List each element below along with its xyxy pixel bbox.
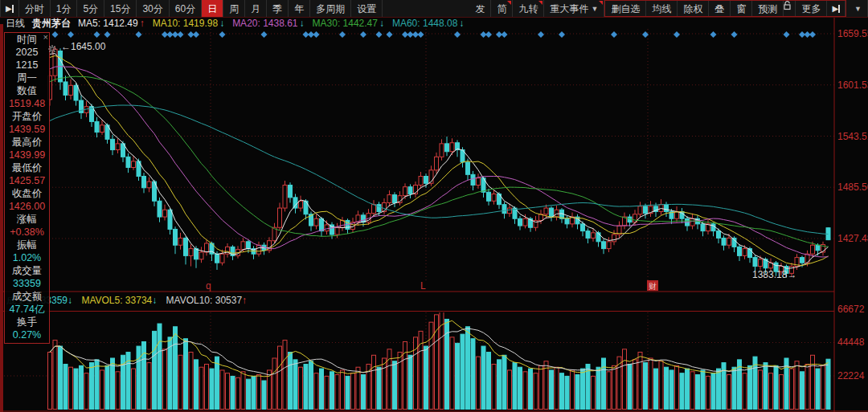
x-axis-letter: q <box>206 280 211 292</box>
event-diamond-icon <box>784 31 790 38</box>
tool-button-5[interactable]: 均线 <box>646 1 678 16</box>
ma30-line <box>50 76 829 247</box>
event-diamond-icon <box>94 31 100 38</box>
event-diamond-icon <box>104 31 111 38</box>
ma-value-2: MA20: 1438.61↓ <box>232 18 304 29</box>
mavol5-label: MAVOL5: 33734↓ <box>81 295 157 306</box>
kline-chart[interactable]: ←1645.001383.18→qL财1659.551601.531543.51… <box>0 0 868 412</box>
period-button-9[interactable]: 季 <box>267 0 289 17</box>
period-button-8[interactable]: 月 <box>245 0 267 17</box>
event-diamond-icon <box>68 31 74 38</box>
event-diamond-icon <box>339 31 346 38</box>
info-value: 1519.48 <box>5 97 49 110</box>
event-diamond-icon <box>731 31 738 38</box>
event-diamond-icon <box>193 31 199 38</box>
volume-bars-layer <box>48 310 831 409</box>
period-button-4[interactable]: 30分 <box>137 0 169 17</box>
price-tick-label: 1659.55 <box>837 28 868 39</box>
info-value: 33359 <box>5 277 49 290</box>
candles-layer <box>48 47 831 278</box>
info-label: 收盘价 <box>5 187 49 200</box>
left-frame-strip <box>0 24 3 412</box>
info-value: 0.27% <box>5 328 49 341</box>
info-label: 涨幅 <box>5 213 49 226</box>
price-tick-label: 1427.48 <box>837 233 868 244</box>
event-diamond-icon <box>710 31 717 38</box>
info-value: 1426.00 <box>5 200 49 213</box>
event-diamond-icon <box>809 31 816 38</box>
event-diamond-icon <box>313 31 320 38</box>
info-value: 1439.99 <box>5 149 49 161</box>
ma-values: MA5: 1412.49↑MA10: 1419.98↓MA20: 1438.61… <box>78 18 464 29</box>
volume-tick-label: 44448 <box>837 337 865 348</box>
close-icon[interactable]: × <box>43 33 48 42</box>
period-button-6[interactable]: 日 <box>202 0 223 17</box>
jump-start-icon[interactable]: ▶ <box>0 0 19 17</box>
lock-open-icon[interactable] <box>784 1 796 16</box>
period-button-10[interactable]: 年 <box>289 0 310 17</box>
stock-name: 贵州茅台 <box>32 17 71 31</box>
info-label: 换手 <box>5 316 49 328</box>
event-diamond-icon <box>674 31 680 38</box>
event-diamond-icon <box>219 31 226 38</box>
event-diamond-icon <box>418 31 424 38</box>
period-label: 日线 <box>6 17 25 31</box>
mavol10-label: MAVOL10: 30537↑ <box>166 295 248 306</box>
period-button-12[interactable]: 设置 <box>351 0 383 17</box>
price-tick-label: 1601.53 <box>837 80 868 91</box>
info-label: 振幅 <box>5 239 49 251</box>
price-tick-label: 1543.51 <box>837 131 868 142</box>
event-diamond-icon <box>454 31 461 38</box>
jump-end-icon[interactable]: ▶ <box>827 1 845 16</box>
tool-button-1[interactable]: 简 <box>491 0 513 17</box>
tool-button-2[interactable]: 九转 <box>513 0 544 17</box>
period-group: ▶ 分时1分5分15分30分60分日周月季年多周期设置 <box>0 0 383 17</box>
low-annotation: 1383.18→ <box>752 269 796 280</box>
tool-button-11[interactable]: 更多 <box>796 1 827 16</box>
ma-value-3: MA30: 1442.47↓ <box>313 18 384 29</box>
info-value: +0.38% <box>5 226 49 239</box>
event-diamond-icon <box>178 31 184 38</box>
stock-app-window: ←1645.001383.18→qL财1659.551601.531543.51… <box>0 0 868 412</box>
event-diamond-icon <box>559 31 565 38</box>
info-label: 成交额 <box>5 290 49 303</box>
tool-button-0[interactable]: 发 <box>469 0 491 17</box>
tool-button-9[interactable]: 预测 <box>752 1 784 16</box>
period-button-5[interactable]: 60分 <box>170 0 202 17</box>
info-value: 周一 <box>5 71 49 84</box>
info-value: 1439.59 <box>5 123 49 136</box>
tool-button-7[interactable]: 叠 <box>709 1 731 16</box>
price-axis: 1659.551601.531543.511485.501427.4866672… <box>837 28 868 381</box>
price-tick-label: 1485.50 <box>837 182 868 193</box>
period-button-7[interactable]: 周 <box>223 0 245 17</box>
tool-button-3[interactable]: 重大事件▼ <box>544 0 604 17</box>
event-diamond-icon <box>136 31 142 38</box>
period-button-2[interactable]: 5分 <box>77 0 104 17</box>
info-label: 最低价 <box>5 161 49 174</box>
info-label: 数值 <box>5 84 49 97</box>
ma-value-1: MA10: 1419.98↓ <box>153 18 224 29</box>
period-button-11[interactable]: 多周期 <box>310 0 351 17</box>
kline-info-panel: 时间20251215周一数值1519.48开盘价1439.59最高价1439.9… <box>4 32 50 344</box>
ma-header: 日线 贵州茅台 MA5: 1412.49↑MA10: 1419.98↓MA20:… <box>6 18 464 29</box>
event-diamond-icon <box>376 31 383 38</box>
tool-button-8[interactable]: 窗 <box>731 1 752 16</box>
dropdown-caret-icon[interactable]: ▼ <box>846 0 868 17</box>
ma-lines-layer <box>50 54 829 269</box>
info-label: 开盘价 <box>5 110 49 123</box>
info-label: 成交量 <box>5 264 49 277</box>
volume-tick-label: 66672 <box>837 304 865 315</box>
ma5-line <box>50 54 829 269</box>
period-button-3[interactable]: 15分 <box>104 0 137 17</box>
info-value: 2025 <box>5 46 49 59</box>
info-value: 47.74亿 <box>5 303 49 316</box>
event-diamond-icon <box>502 31 508 38</box>
info-label: 1215 <box>5 59 49 71</box>
tools-group: 发简九转重大事件▼删自选均线除权叠窗预测更多▶▼ <box>469 0 868 17</box>
period-button-1[interactable]: 1分 <box>51 0 78 17</box>
tool-button-4[interactable]: 删自选 <box>605 1 646 16</box>
chart-tools-box: 删自选均线除权叠窗预测更多▶ <box>604 0 846 17</box>
volume-tick-label: 22224 <box>837 370 865 381</box>
tool-button-6[interactable]: 除权 <box>678 1 709 16</box>
period-button-0[interactable]: 分时 <box>19 0 51 17</box>
